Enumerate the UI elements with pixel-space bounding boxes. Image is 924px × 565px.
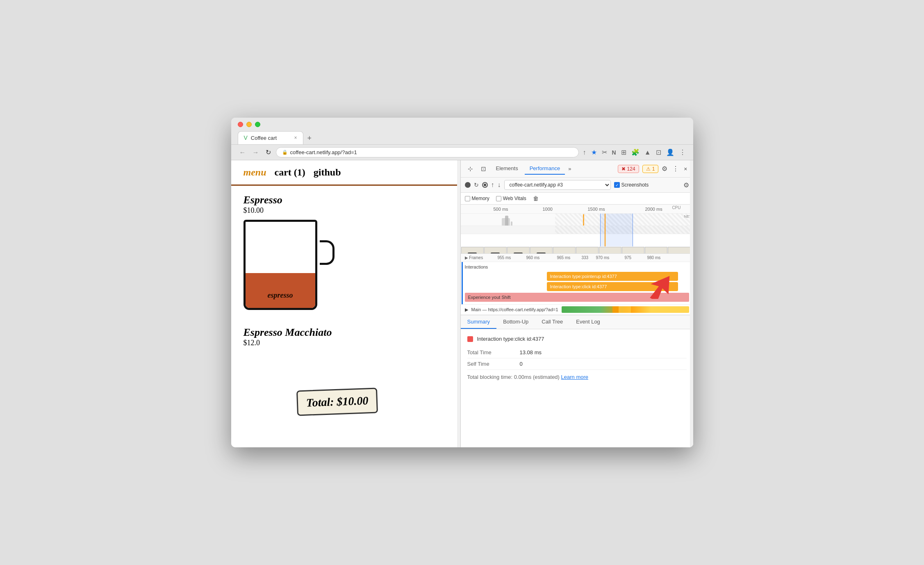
nav-github-link[interactable]: github (314, 167, 341, 178)
maximize-button[interactable] (255, 122, 260, 127)
device-toggle-button[interactable]: ⊡ (478, 163, 489, 175)
error-count: 124 (627, 166, 635, 172)
load-profile-button[interactable]: ↑ (491, 181, 494, 189)
click-interaction-bar[interactable]: Interaction type:click id:4377 (547, 282, 678, 291)
notion-icon[interactable]: N (611, 148, 617, 157)
screenshots-toggle[interactable]: ✓ Screenshots (614, 182, 649, 188)
screenshots-checkbox[interactable]: ✓ (614, 182, 620, 188)
target-select[interactable]: coffee-cart.netlify.app #3 (504, 180, 611, 190)
devtools-settings-button[interactable]: ⚙ (660, 163, 669, 174)
warning-count: 1 (652, 166, 655, 172)
total-badge: Total: $10.00 (296, 388, 378, 416)
nav-cart-link[interactable]: cart (1) (275, 167, 305, 178)
toolbar-icons: ↑ ★ ✂ N ⊞ 🧩 ▲ ⊡ 👤 ⋮ (582, 148, 687, 157)
pointerup-label: Interaction type:pointerup id:4377 (550, 274, 617, 279)
forward-button[interactable]: → (251, 148, 261, 157)
record-button[interactable] (465, 182, 471, 188)
time-975: 975 (625, 255, 632, 260)
summary-header: Interaction type:click id:4377 (467, 336, 687, 342)
time-955ms: 955 ms (498, 255, 511, 260)
web-vitals-checkbox[interactable] (496, 196, 501, 201)
error-icon: ✖ (621, 166, 626, 172)
timeline-area[interactable]: 500 ms 1000 1500 ms 2000 ms CPU (461, 205, 693, 254)
summary-color-indicator (467, 336, 473, 342)
back-button[interactable]: ← (238, 148, 248, 157)
web-vitals-checkbox-label[interactable]: Web Vitals (496, 196, 526, 201)
bookmark-icon[interactable]: ★ (590, 148, 598, 157)
time-960ms: 960 ms (526, 255, 540, 260)
summary-tbt-row: Total blocking time: 0.00ms (estimated) … (467, 370, 687, 384)
tab-close-button[interactable]: × (294, 135, 297, 141)
save-profile-button[interactable]: ↓ (498, 181, 501, 189)
grid-icon[interactable]: ⊞ (620, 148, 627, 157)
checks-row: Memory Web Vitals 🗑 (461, 193, 693, 205)
devtools-scrollbar[interactable] (690, 160, 693, 447)
website-scrollbar[interactable] (457, 160, 460, 447)
memory-label: Memory (472, 196, 489, 201)
browser-tab[interactable]: V Coffee cart × (238, 131, 303, 144)
espresso-price: $10.00 (244, 206, 448, 215)
cut-icon[interactable]: ✂ (601, 148, 608, 157)
stop-recording-button[interactable] (482, 182, 488, 188)
site-nav: menu cart (1) github (231, 160, 460, 186)
capture-settings-button[interactable]: ⚙ (683, 181, 689, 189)
minimize-button[interactable] (246, 122, 252, 127)
refresh-button[interactable]: ↻ (264, 148, 273, 157)
inspect-element-button[interactable]: ⊹ (465, 163, 476, 175)
layout-icon[interactable]: ⊡ (655, 148, 662, 157)
timeline-ruler: 500 ms 1000 1500 ms 2000 ms CPU (461, 205, 693, 214)
main-thread-expand[interactable]: ▶ (465, 307, 468, 312)
cpu-overview-label: CPU (672, 205, 680, 210)
tab-bottom-up[interactable]: Bottom-Up (496, 315, 535, 329)
ruler-2000ms: 2000 ms (645, 207, 662, 212)
tab-title: Coffee cart (251, 135, 277, 141)
website-panel: menu cart (1) github Espresso $10.00 esp… (231, 160, 461, 447)
thread-activity-bar (562, 306, 689, 313)
warning-badge[interactable]: ⚠ 1 (642, 165, 659, 173)
mug-liquid (246, 273, 315, 308)
extensions-icon[interactable]: 🧩 (630, 148, 640, 157)
total-time-value: 13.08 ms (520, 349, 542, 355)
interactions-label: Interactions (465, 264, 689, 269)
self-time-value: 0 (520, 361, 523, 367)
close-button[interactable] (238, 122, 243, 127)
error-badge[interactable]: ✖ 124 (618, 165, 639, 173)
memory-checkbox[interactable] (465, 196, 470, 201)
time-333: 333 (582, 255, 589, 260)
pointerup-interaction-bar[interactable]: Interaction type:pointerup id:4377 (547, 272, 678, 281)
main-thread-label: Main — https://coffee-cart.netlify.app/?… (471, 307, 558, 312)
warning-icon: ⚠ (646, 166, 651, 172)
user-icon[interactable]: 👤 (665, 148, 675, 157)
record-reload-button[interactable]: ↻ (474, 182, 479, 188)
clear-button[interactable]: 🗑 (533, 195, 539, 202)
mug-body: espresso (244, 220, 317, 310)
web-vitals-label: Web Vitals (503, 196, 526, 201)
blue-marker (462, 262, 463, 304)
new-tab-button[interactable]: + (303, 132, 316, 144)
memory-checkbox-label[interactable]: Memory (465, 196, 489, 201)
tab-summary[interactable]: Summary (461, 315, 497, 329)
tab-call-tree[interactable]: Call Tree (535, 315, 569, 329)
lighthouse-icon[interactable]: ▲ (644, 148, 652, 157)
more-tabs-button[interactable]: » (567, 163, 573, 174)
tab-elements[interactable]: Elements (491, 163, 523, 175)
timeline-marker (605, 214, 605, 246)
main-content: menu cart (1) github Espresso $10.00 esp… (231, 160, 693, 447)
menu-icon[interactable]: ⋮ (678, 148, 687, 157)
summary-self-time-row: Self Time 0 (467, 358, 687, 370)
tab-performance[interactable]: Performance (525, 163, 565, 175)
devtools-more-button[interactable]: ⋮ (671, 163, 680, 174)
address-input[interactable]: 🔒 coffee-cart.netlify.app/?ad=1 (276, 147, 579, 157)
lock-icon: 🔒 (282, 150, 288, 155)
click-label: Interaction type:click id:4377 (550, 284, 607, 289)
time-965ms: 965 ms (557, 255, 571, 260)
learn-more-link[interactable]: Learn more (561, 374, 588, 380)
share-icon[interactable]: ↑ (582, 148, 587, 157)
detailed-timeline: ▶ Frames 955 ms 960 ms 965 ms 333 970 ms… (461, 254, 693, 315)
summary-title: Interaction type:click id:4377 (477, 336, 544, 342)
tab-event-log[interactable]: Event Log (569, 315, 607, 329)
devtools-panel: ⊹ ⊡ Elements Performance » ✖ 124 ⚠ 1 ⚙ ⋮… (461, 160, 693, 447)
nav-menu-link[interactable]: menu (244, 167, 266, 178)
ruler-500ms: 500 ms (494, 207, 508, 212)
devtools-close-button[interactable]: × (682, 164, 689, 174)
